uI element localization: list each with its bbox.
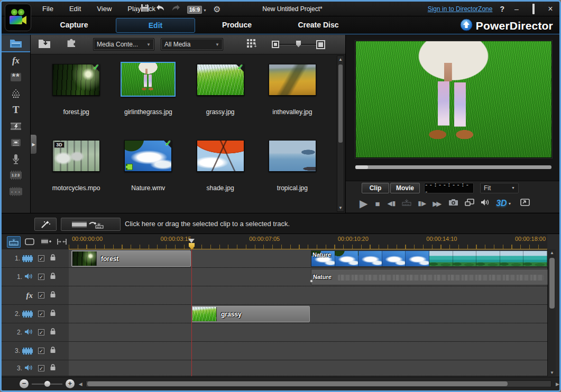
track-header[interactable]: 1.✓ xyxy=(2,249,69,267)
tab-produce[interactable]: Produce xyxy=(197,17,277,34)
timeline-horizontal-scrollbar[interactable] xyxy=(86,380,551,387)
track-enable-checkbox[interactable]: ✓ xyxy=(38,311,44,317)
movie-mode-button[interactable]: Movie xyxy=(390,183,420,193)
slider-thumb[interactable] xyxy=(296,41,301,48)
plugin-puzzle-icon[interactable] xyxy=(66,38,77,51)
timeline-zoom-slider[interactable] xyxy=(32,384,62,385)
track-header[interactable]: 1.✓ xyxy=(2,268,69,286)
tab-capture[interactable]: Capture xyxy=(34,17,114,34)
track-lock-icon[interactable] xyxy=(50,309,56,319)
sidebar-item-pip-objects-room[interactable]: ** xyxy=(2,69,30,85)
track-content[interactable] xyxy=(69,286,547,304)
media-item-girlinthegrass.jpg[interactable]: girlinthegrass.jpg xyxy=(112,60,184,134)
menu-edit[interactable]: Edit xyxy=(61,2,89,16)
sidebar-item-audio-mixing-room[interactable] xyxy=(2,134,30,151)
media-item-tropical.jpg[interactable]: tropical.jpg xyxy=(256,136,328,210)
storyboard-view-button[interactable] xyxy=(23,236,36,248)
media-thumbnail[interactable]: ✓ xyxy=(197,64,244,96)
volume-speaker-icon[interactable] xyxy=(481,199,490,208)
undock-resize-icon[interactable] xyxy=(520,199,530,208)
stop-button[interactable]: ■ xyxy=(375,199,380,208)
zoom-slider-knob[interactable] xyxy=(44,381,50,387)
signin-link[interactable]: Sign in to DirectorZone xyxy=(428,5,493,13)
media-item-motorcycles.mpo[interactable]: 3Dmotorcycles.mpo xyxy=(40,136,112,210)
sidebar-item-voiceover-room[interactable] xyxy=(2,151,30,167)
3d-toggle-button[interactable]: 3D xyxy=(496,199,507,208)
media-thumbnail[interactable]: ✓ xyxy=(124,140,172,172)
thumbnail-size-slider[interactable] xyxy=(279,44,316,45)
track-enable-checkbox[interactable]: ✓ xyxy=(38,292,44,298)
tab-edit[interactable]: Edit xyxy=(116,18,195,33)
tab-create-disc[interactable]: Create Disc xyxy=(279,17,358,34)
media-thumbnail[interactable]: 3D xyxy=(52,140,100,172)
media-item-Nature.wmv[interactable]: ✓Nature.wmv xyxy=(112,136,184,210)
scrollbar-thumb[interactable] xyxy=(87,381,508,386)
track-lock-icon[interactable] xyxy=(50,363,56,373)
zoom-in-button[interactable]: + xyxy=(66,379,75,388)
track-enable-checkbox[interactable]: ✓ xyxy=(38,274,44,280)
previous-frame-button[interactable]: ◀▮ xyxy=(387,200,396,207)
thumbnail-large-icon[interactable] xyxy=(316,40,325,49)
media-thumbnail[interactable] xyxy=(269,140,316,172)
track-enable-checkbox[interactable]: ✓ xyxy=(38,365,44,371)
track-content[interactable] xyxy=(69,342,547,360)
clip-nature-audio[interactable]: Nature xyxy=(311,269,548,285)
sort-grid-icon[interactable] xyxy=(246,38,258,51)
track-header[interactable]: fx✓ xyxy=(2,286,69,304)
track-header[interactable]: 2.✓ xyxy=(2,323,69,341)
track-lock-icon[interactable] xyxy=(50,291,56,300)
sidebar-item-subtitle-room[interactable]: - - - xyxy=(2,183,30,200)
fit-dropdown[interactable]: Fit▼ xyxy=(480,183,519,193)
track-lock-icon[interactable] xyxy=(50,254,56,263)
scroll-down-icon[interactable]: ▼ xyxy=(337,206,344,210)
timeline-vertical-scrollbar[interactable]: ▲ ▼ xyxy=(547,249,556,376)
track-content[interactable] xyxy=(69,323,547,341)
drag-hint-text[interactable]: Click here or drag the selected clip to … xyxy=(125,220,290,228)
insert-to-timeline-button[interactable] xyxy=(61,218,121,231)
scrollbar-thumb[interactable] xyxy=(338,64,343,143)
thumbnail-small-icon[interactable] xyxy=(272,41,279,48)
settings-gear-icon[interactable]: ⚙ xyxy=(213,4,220,14)
scroll-down-icon[interactable]: ▼ xyxy=(549,370,555,375)
aspect-ratio-dropdown[interactable]: 16:9▼ xyxy=(187,4,207,14)
preview-seek-bar[interactable] xyxy=(355,165,551,169)
track-lock-icon[interactable] xyxy=(50,346,56,356)
snapshot-camera-icon[interactable] xyxy=(448,199,458,208)
3d-dropdown-caret[interactable]: ▼ xyxy=(508,202,512,206)
clip-nature-video[interactable] xyxy=(311,250,548,267)
dual-preview-icon[interactable] xyxy=(465,199,474,208)
range-select-button[interactable] xyxy=(55,236,69,248)
mark-in-ruler-icon[interactable] xyxy=(402,199,411,208)
media-item-shade.jpg[interactable]: shade.jpg xyxy=(185,136,256,210)
track-header[interactable]: 2.✓ xyxy=(2,305,69,323)
close-button[interactable]: × xyxy=(546,4,555,14)
sidebar-item-media-room[interactable] xyxy=(2,35,30,52)
media-content-dropdown[interactable]: Media Conte...▼ xyxy=(93,38,154,51)
track-enable-checkbox[interactable]: ✓ xyxy=(38,255,44,262)
sidebar-item-particle-room[interactable] xyxy=(2,85,30,101)
track-lock-icon[interactable] xyxy=(50,328,56,337)
scroll-up-icon[interactable]: ▲ xyxy=(337,57,344,62)
track-header[interactable]: 3.✓ xyxy=(2,360,69,376)
zoom-out-button[interactable]: − xyxy=(20,379,29,388)
clip-mode-button[interactable]: Clip xyxy=(362,183,389,193)
timecode-display[interactable]: --:--:--:-- xyxy=(424,183,474,193)
save-icon[interactable] xyxy=(141,4,149,14)
minimize-button[interactable]: – xyxy=(512,5,521,13)
clip-grassy[interactable]: grassy xyxy=(191,306,310,322)
library-scrollbar[interactable]: ▲ ▼ xyxy=(337,55,344,212)
undo-icon[interactable] xyxy=(155,4,165,14)
media-item-grassy.jpg[interactable]: ✓grassy.jpg xyxy=(185,60,256,134)
track-lock-icon[interactable] xyxy=(50,272,56,282)
media-thumbnail[interactable]: ✓ xyxy=(52,64,100,96)
fast-forward-button[interactable]: ▶▶ xyxy=(433,200,440,208)
track-enable-checkbox[interactable]: ✓ xyxy=(38,329,44,335)
track-header[interactable]: 3.✓ xyxy=(2,342,69,360)
scroll-right-icon[interactable]: ▶ xyxy=(556,381,559,387)
menu-view[interactable]: View xyxy=(89,2,119,16)
playhead-grip[interactable] xyxy=(188,239,195,243)
import-media-icon[interactable] xyxy=(38,38,51,51)
help-button[interactable]: ? xyxy=(500,5,504,13)
media-filter-dropdown[interactable]: All Media▼ xyxy=(161,38,223,51)
scroll-left-icon[interactable]: ◀ xyxy=(79,381,82,387)
